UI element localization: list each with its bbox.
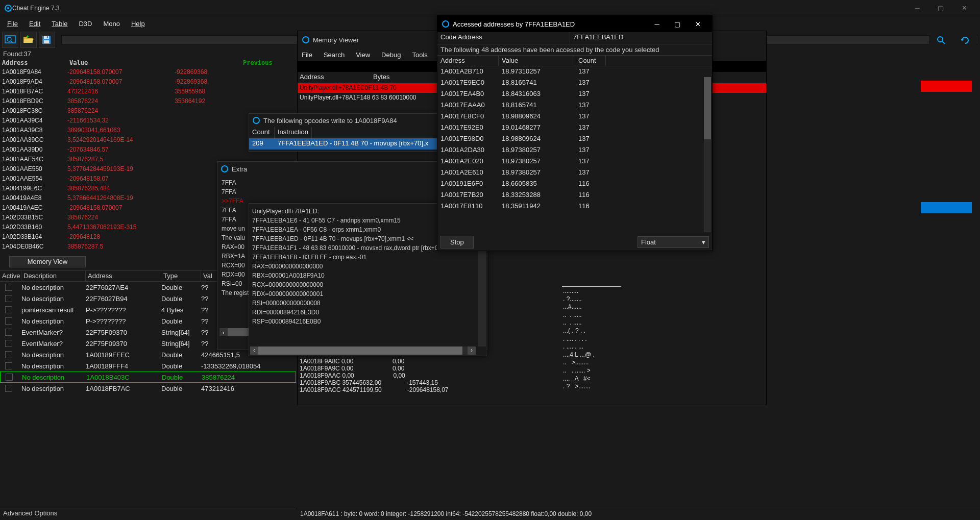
accessed-row[interactable]: 1A001A2B71018,97310257137: [437, 66, 712, 78]
maximize-button[interactable]: ▢: [929, 0, 952, 16]
window-title: Accessed addresses by 7FFA1EEBA1ED: [453, 20, 575, 28]
accessed-row[interactable]: 1A0017EA4B018,84316063137: [437, 89, 712, 100]
scroll-left-icon[interactable]: ‹: [250, 346, 258, 355]
mv-menu-tools[interactable]: Tools: [410, 50, 429, 60]
accessed-row[interactable]: 1A0017E7B2018,33253288116: [437, 190, 712, 201]
menu-help[interactable]: Help: [126, 18, 150, 30]
maximize-button[interactable]: ▢: [667, 16, 688, 32]
header-address[interactable]: Address: [86, 271, 161, 281]
accessed-row[interactable]: 1A0017E92E019,01468277137: [437, 122, 712, 134]
svg-point-1: [7, 7, 9, 9]
scan-row[interactable]: 1A0018F9A84-209648158,070007-922869368,: [0, 68, 296, 78]
svg-point-12: [222, 166, 228, 172]
header-count[interactable]: Count: [575, 56, 606, 66]
cheat-table-row[interactable]: No description1A00189FFF4Double-13353226…: [0, 360, 296, 372]
window-title: The following opcodes write to 1A0018F9A…: [263, 117, 397, 125]
svg-rect-7: [44, 40, 49, 43]
accessed-row[interactable]: 1A0017E8CF018,98809624137: [437, 111, 712, 122]
svg-point-9: [303, 37, 309, 43]
cheat-table-row[interactable]: No description1A0018FB7ACDouble473212416: [0, 383, 296, 394]
header-type[interactable]: Type: [161, 271, 201, 281]
mv-menu-file[interactable]: File: [300, 50, 314, 60]
active-checkbox[interactable]: [5, 340, 12, 347]
accessed-row[interactable]: 1A0017EAAA018,8165741137: [437, 100, 712, 111]
header-value[interactable]: Value: [67, 58, 241, 68]
header-previous[interactable]: Previous: [241, 58, 275, 68]
scan-row[interactable]: 1A0018FBD9C385876224353864192: [0, 97, 296, 107]
menu-mono[interactable]: Mono: [98, 18, 125, 30]
mv-menu-debug[interactable]: Debug: [379, 50, 403, 60]
svg-point-3: [7, 37, 11, 41]
active-checkbox[interactable]: [6, 374, 13, 381]
accessed-addresses-window: Accessed addresses by 7FFA1EEBA1ED ─ ▢ ✕…: [437, 15, 713, 251]
active-checkbox[interactable]: [5, 284, 12, 291]
stop-button[interactable]: Stop: [440, 236, 474, 249]
menu-file[interactable]: File: [2, 18, 23, 30]
opcodes-window: The following opcodes write to 1A0018F9A…: [249, 113, 437, 152]
process-select-button[interactable]: [2, 32, 18, 48]
window-icon: [442, 20, 450, 28]
header-value[interactable]: Value: [499, 56, 575, 66]
header-count[interactable]: Count: [249, 127, 275, 138]
mv-menu-search[interactable]: Search: [322, 50, 347, 60]
accessed-row[interactable]: 1A001A2E61018,97380257137: [437, 167, 712, 179]
scan-row[interactable]: 1A0018FB7AC473212416355955968: [0, 88, 296, 97]
accessed-row[interactable]: 1A001A2DA3018,97380257137: [437, 145, 712, 156]
chevron-down-icon: ▾: [702, 238, 705, 246]
active-checkbox[interactable]: [5, 351, 12, 358]
header-active[interactable]: Active: [0, 271, 21, 281]
active-checkbox[interactable]: [5, 329, 12, 336]
menu-table[interactable]: Table: [46, 18, 72, 30]
window-icon: [252, 116, 260, 125]
window-title: Extra: [232, 165, 247, 173]
vertical-scrollbar[interactable]: [704, 77, 711, 232]
titlebar: Cheat Engine 7.3 ─ ▢ ✕: [0, 0, 980, 16]
menu-d3d[interactable]: D3D: [74, 18, 97, 30]
status-bar: 1A0018FA611 : byte: 0 word: 0 integer: -…: [297, 509, 980, 520]
mv-hdr-address[interactable]: Address: [298, 72, 371, 83]
open-file-button[interactable]: [20, 32, 37, 48]
menu-edit[interactable]: Edit: [24, 18, 45, 30]
memory-view-button[interactable]: Memory View: [9, 256, 86, 267]
close-button[interactable]: ✕: [952, 0, 976, 16]
app-title: Cheat Engine 7.3: [12, 5, 905, 12]
accessed-row[interactable]: 1A0017E98D018,98809624137: [437, 134, 712, 145]
close-button[interactable]: ✕: [688, 16, 708, 32]
header-address[interactable]: Address: [0, 58, 67, 68]
scroll-right-icon[interactable]: ›: [468, 346, 476, 355]
svg-point-10: [938, 37, 943, 42]
active-checkbox[interactable]: [5, 295, 12, 302]
active-checkbox[interactable]: [5, 362, 12, 369]
header-address[interactable]: Address: [437, 56, 499, 66]
header-instruction[interactable]: Instruction: [275, 127, 312, 138]
scan-row[interactable]: 1A0018F9AD4-209648158,070007-922869368,: [0, 78, 296, 88]
svg-rect-2: [5, 36, 15, 43]
accessed-row[interactable]: 1A001A2E02018,97380257137: [437, 156, 712, 167]
active-checkbox[interactable]: [5, 385, 12, 392]
save-button[interactable]: [39, 32, 55, 48]
minimize-button[interactable]: ─: [905, 0, 929, 16]
horizontal-scrollbar[interactable]: ‹ ›: [250, 346, 476, 355]
accessed-row[interactable]: 1A00191E6F018,6605835116: [437, 179, 712, 190]
active-checkbox[interactable]: [5, 306, 12, 313]
scroll-left-icon[interactable]: ‹: [219, 328, 228, 336]
refresh-icon[interactable]: [953, 32, 977, 49]
minimize-button[interactable]: ─: [647, 16, 667, 32]
accessed-row[interactable]: 1A0017E9EC018,8165741137: [437, 78, 712, 89]
type-select[interactable]: Float▾: [638, 236, 709, 248]
svg-point-14: [443, 21, 449, 27]
code-address-label: Code Address: [437, 32, 570, 44]
search-icon[interactable]: [929, 32, 953, 49]
highlight-bar-red: [921, 81, 972, 92]
window-icon: [220, 165, 229, 173]
mv-hdr-bytes[interactable]: Bytes: [371, 72, 392, 83]
advanced-options[interactable]: Advanced Options: [0, 508, 296, 520]
window-title: Memory Viewer: [313, 36, 359, 44]
accessed-row[interactable]: 1A0017E811018,35911942116: [437, 201, 712, 212]
cheat-table-row[interactable]: No description1A0018B403CDouble385876224: [0, 372, 296, 383]
active-checkbox[interactable]: [5, 317, 12, 325]
mv-menu-view[interactable]: View: [354, 50, 372, 60]
right-tool-strip: [929, 32, 977, 49]
header-description[interactable]: Description: [21, 271, 86, 281]
opcode-row[interactable]: 209 7FFA1EEBA1ED - 0F11 4B 70 - movups […: [249, 138, 437, 150]
